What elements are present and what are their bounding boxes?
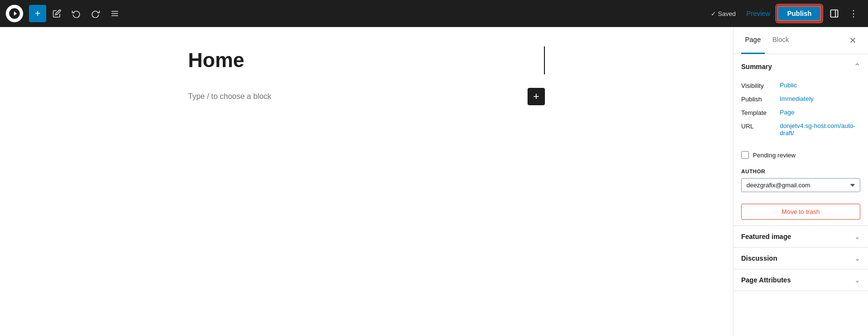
page-attributes-title: Page Attributes: [741, 276, 791, 284]
block-placeholder-row: Type / to choose a block +: [188, 84, 545, 109]
page-title-input[interactable]: [188, 46, 545, 74]
url-label: URL: [741, 122, 780, 130]
move-to-trash-button[interactable]: Move to trash: [741, 204, 860, 220]
publish-label: Publish: [741, 95, 780, 103]
summary-section-header[interactable]: Summary ⌃: [733, 54, 868, 79]
template-label: Template: [741, 109, 780, 116]
author-section: AUTHOR deezgrafix@gmail.com: [733, 163, 868, 198]
add-block-button[interactable]: +: [29, 5, 46, 22]
undo-button[interactable]: [68, 5, 85, 22]
pending-review-label: Pending review: [753, 152, 796, 159]
list-view-button[interactable]: [106, 5, 123, 22]
author-select[interactable]: deezgrafix@gmail.com: [741, 178, 860, 192]
publish-value[interactable]: Immediately: [780, 95, 814, 102]
visibility-value[interactable]: Public: [780, 82, 797, 89]
author-label: AUTHOR: [741, 168, 860, 174]
url-value[interactable]: donjetv4.sg-host.com/auto-draft/: [780, 122, 860, 137]
pending-review-checkbox[interactable]: [741, 151, 749, 159]
summary-content: Visibility Public Publish Immediately Te…: [733, 79, 868, 147]
publish-button[interactable]: Publish: [777, 5, 822, 22]
sidebar-header: Page Block ✕: [733, 27, 868, 54]
template-value[interactable]: Page: [780, 109, 794, 116]
block-placeholder-text: Type / to choose a block: [188, 92, 271, 101]
page-attributes-section[interactable]: Page Attributes ⌄: [733, 269, 868, 291]
add-block-inline-button[interactable]: +: [528, 88, 545, 105]
summary-toggle-icon: ⌃: [854, 62, 860, 71]
discussion-chevron-icon: ⌄: [854, 254, 860, 262]
editor-content: Type / to choose a block +: [188, 46, 545, 109]
redo-button[interactable]: [87, 5, 104, 22]
summary-title: Summary: [741, 63, 772, 70]
preview-button[interactable]: Preview: [742, 7, 775, 20]
sidebar-toggle-button[interactable]: [826, 5, 843, 22]
sidebar-close-button[interactable]: ✕: [845, 33, 860, 48]
discussion-section[interactable]: Discussion ⌄: [733, 248, 868, 269]
toolbar: + ✓ Saved Preview Publish ⋮: [0, 0, 868, 27]
featured-image-section[interactable]: Featured image ⌄: [733, 226, 868, 248]
sidebar: Page Block ✕ Summary ⌃ Visibility Public…: [733, 27, 868, 336]
visibility-label: Visibility: [741, 82, 780, 89]
edit-icon-button[interactable]: [48, 5, 66, 22]
wp-logo: [6, 5, 23, 22]
svg-rect-4: [831, 10, 838, 17]
featured-image-chevron-icon: ⌄: [854, 233, 860, 240]
tab-block[interactable]: Block: [769, 27, 793, 54]
sidebar-body: Summary ⌃ Visibility Public Publish Imme…: [733, 54, 868, 336]
more-options-button[interactable]: ⋮: [845, 5, 862, 22]
template-row: Template Page: [741, 106, 860, 119]
visibility-row: Visibility Public: [741, 79, 860, 92]
main-layout: Type / to choose a block + Page Block ✕ …: [0, 27, 868, 336]
featured-image-title: Featured image: [741, 233, 791, 240]
tab-page[interactable]: Page: [741, 27, 765, 54]
page-attributes-chevron-icon: ⌄: [854, 276, 860, 284]
publish-row: Publish Immediately: [741, 92, 860, 106]
discussion-title: Discussion: [741, 254, 777, 262]
editor-area: Type / to choose a block +: [0, 27, 733, 336]
url-row: URL donjetv4.sg-host.com/auto-draft/: [741, 119, 860, 140]
saved-status: ✓ Saved: [711, 10, 735, 17]
pending-review-row: Pending review: [733, 147, 868, 163]
summary-section: Summary ⌃ Visibility Public Publish Imme…: [733, 54, 868, 226]
